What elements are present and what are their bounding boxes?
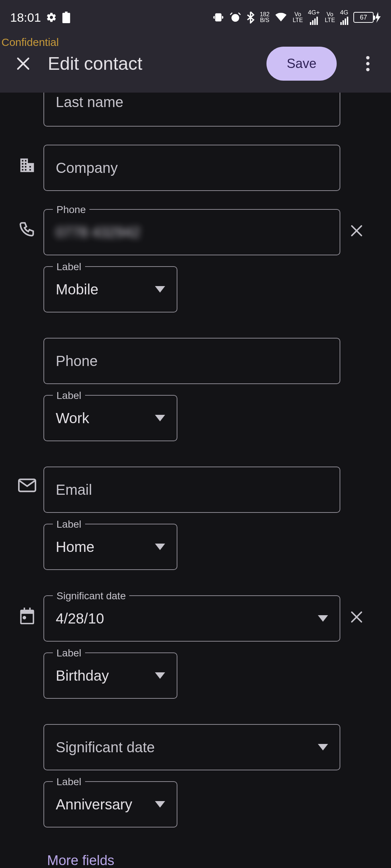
phone-1-type-value: Mobile <box>56 281 155 298</box>
phone-2-type-dropdown[interactable]: Label Work <box>43 395 177 441</box>
email-type-dropdown[interactable]: Label Home <box>43 524 177 570</box>
chevron-down-icon <box>318 615 328 622</box>
significant-date-2-field[interactable]: Significant date <box>43 724 340 770</box>
chevron-down-icon <box>155 286 165 293</box>
email-field[interactable]: Email <box>43 467 340 513</box>
battery-saver-icon <box>62 12 71 23</box>
email-placeholder: Email <box>56 482 328 498</box>
phone-icon <box>11 209 43 239</box>
company-field[interactable]: Company <box>43 145 340 191</box>
phone-2-placeholder: Phone <box>56 353 328 369</box>
more-fields-button[interactable]: More fields <box>47 853 114 868</box>
phone-1-field[interactable]: Phone 0778 432942 <box>43 209 340 255</box>
page-title: Edit contact <box>48 53 255 74</box>
close-icon <box>15 56 31 72</box>
vibrate-icon <box>212 12 224 23</box>
calendar-icon <box>11 595 43 625</box>
sim1-net: 4G+ <box>308 10 320 25</box>
significant-date-1-type-label: Label <box>53 647 85 659</box>
chevron-down-icon <box>155 672 165 679</box>
close-icon <box>349 610 364 624</box>
sim2-signal-icon <box>340 16 348 25</box>
clock: 18:01 <box>10 10 41 25</box>
svg-point-1 <box>366 56 369 59</box>
chevron-down-icon <box>155 544 165 550</box>
save-button[interactable]: Save <box>266 47 337 81</box>
phone-1-value: 0778 432942 <box>56 224 328 241</box>
email-icon <box>11 467 43 493</box>
significant-date-1-type-value: Birthday <box>56 668 155 684</box>
last-name-field[interactable]: Last name <box>43 93 340 127</box>
company-placeholder: Company <box>56 160 328 176</box>
battery-indicator: 67 <box>353 12 381 23</box>
app-bar: Confidential Edit contact Save <box>0 35 391 93</box>
phone-1-type-label: Label <box>53 261 85 273</box>
email-type-value: Home <box>56 539 155 555</box>
more-vert-icon <box>366 56 370 71</box>
svg-point-0 <box>231 14 239 22</box>
alarm-icon <box>230 12 241 23</box>
svg-point-2 <box>366 62 369 65</box>
phone-1-label: Phone <box>53 204 89 216</box>
gear-icon <box>46 12 57 23</box>
phone-2-type-value: Work <box>56 410 155 426</box>
more-options-button[interactable] <box>355 51 381 77</box>
sim1-signal-icon <box>310 16 318 25</box>
network-speed: 182 B/S <box>260 12 270 23</box>
significant-date-1-label: Significant date <box>53 590 129 602</box>
phone-2-field[interactable]: Phone <box>43 338 340 384</box>
significant-date-2-placeholder: Significant date <box>56 739 318 756</box>
phone-1-type-dropdown[interactable]: Label Mobile <box>43 266 177 312</box>
remove-significant-date-1-button[interactable] <box>344 604 370 630</box>
charging-icon <box>375 12 381 23</box>
significant-date-2-type-dropdown[interactable]: Label Anniversary <box>43 781 177 827</box>
remove-phone-1-button[interactable] <box>344 218 370 244</box>
phone-2-type-label: Label <box>53 390 85 401</box>
email-type-label: Label <box>53 519 85 530</box>
significant-date-1-field[interactable]: Significant date 4/28/10 <box>43 595 340 642</box>
sim1-volte: Vo LTE <box>293 12 303 23</box>
svg-point-3 <box>366 68 369 71</box>
edit-contact-form: Last name Company Phone 0778 432942 <box>0 93 391 868</box>
bluetooth-icon <box>246 11 255 24</box>
significant-date-2-type-label: Label <box>53 776 85 788</box>
chevron-down-icon <box>155 415 165 421</box>
sim2-volte: Vo LTE <box>325 12 335 23</box>
chevron-down-icon <box>155 801 165 808</box>
wifi-icon <box>274 12 287 22</box>
significant-date-1-type-dropdown[interactable]: Label Birthday <box>43 652 177 699</box>
status-bar: 18:01 182 B/S Vo LTE 4G+ <box>0 0 391 35</box>
confidential-watermark: Confidential <box>1 36 59 48</box>
status-left: 18:01 <box>10 10 71 25</box>
last-name-placeholder: Last name <box>56 94 123 110</box>
sim2-net: 4G <box>340 10 348 25</box>
close-button[interactable] <box>10 51 36 77</box>
company-icon <box>11 145 43 174</box>
chevron-down-icon <box>318 744 328 750</box>
significant-date-1-value: 4/28/10 <box>56 610 318 627</box>
status-right: 182 B/S Vo LTE 4G+ Vo LTE 4G 67 <box>212 10 381 25</box>
close-icon <box>349 224 364 238</box>
significant-date-2-type-value: Anniversary <box>56 796 155 813</box>
